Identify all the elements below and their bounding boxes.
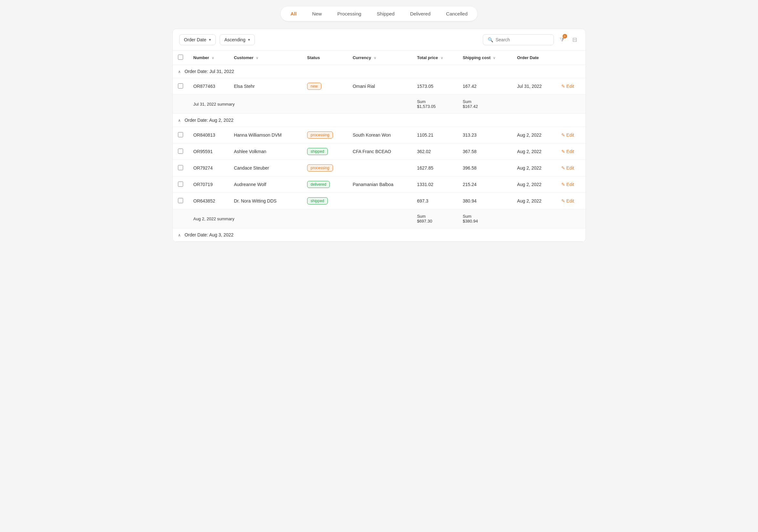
status-badge: processing — [307, 164, 333, 171]
table-row: OR95591 Ashlee Volkman shipped CFA Franc… — [173, 143, 586, 160]
edit-cell: ✎ Edit — [556, 143, 586, 160]
customer-cell: Ashlee Volkman — [229, 143, 302, 160]
search-input[interactable] — [496, 37, 549, 42]
edit-button[interactable]: ✎ Edit — [561, 165, 574, 170]
row-checkbox-cell — [173, 78, 188, 95]
customer-cell: Elsa Stehr — [229, 78, 302, 95]
edit-button[interactable]: ✎ Edit — [561, 182, 574, 187]
row-checkbox[interactable] — [178, 83, 183, 89]
header-checkbox-cell — [173, 51, 188, 65]
currency-cell: Omani Rial — [348, 78, 412, 95]
summary-currency-empty — [348, 209, 412, 229]
summary-label-cell: Jul 31, 2022 summary — [188, 95, 348, 114]
sort-direction-dropdown[interactable]: Ascending ▾ — [220, 34, 255, 45]
total-price-cell: 362.02 — [412, 143, 458, 160]
edit-cell: ✎ Edit — [556, 160, 586, 176]
edit-icon: ✎ — [561, 132, 565, 138]
order-date-cell: Aug 2, 2022 — [512, 127, 556, 143]
customer-cell: Dr. Nora Witting DDS — [229, 193, 302, 209]
table-header: Number ∨ Customer ∨ Status Currency ∨ To… — [173, 51, 586, 65]
order-number-cell: OR643852 — [188, 193, 229, 209]
tab-all[interactable]: All — [283, 8, 304, 19]
customer-sort-icon: ∨ — [256, 56, 258, 60]
order-number-cell: OR840813 — [188, 127, 229, 143]
summary-price-value: $697.30 — [417, 219, 453, 224]
currency-cell: Panamanian Balboa — [348, 176, 412, 193]
summary-total-cell: Sum $697.30 — [412, 209, 458, 229]
group-label: Order Date: Aug 3, 2022 — [185, 232, 233, 237]
order-date-cell: Jul 31, 2022 — [512, 78, 556, 95]
summary-shipping-value: $380.94 — [463, 219, 507, 224]
columns-icon: ⊟ — [572, 37, 577, 43]
tab-cancelled[interactable]: Cancelled — [439, 8, 475, 19]
edit-cell: ✎ Edit — [556, 78, 586, 95]
row-checkbox[interactable] — [178, 132, 183, 137]
status-badge: new — [307, 83, 321, 90]
tab-new[interactable]: New — [305, 8, 329, 19]
summary-row: Jul 31, 2022 summary Sum $1,573.05 Sum $… — [173, 95, 586, 114]
search-icon: 🔍 — [488, 37, 493, 42]
edit-button[interactable]: ✎ Edit — [561, 149, 574, 154]
table-row: OR79274 Candace Steuber processing 1627.… — [173, 160, 586, 176]
summary-empty-1 — [173, 95, 188, 114]
shipping-cost-cell: 313.23 — [458, 127, 512, 143]
summary-price-label: Sum — [417, 214, 453, 219]
shipping-cost-cell: 167.42 — [458, 78, 512, 95]
table-row: OR877463 Elsa Stehr new Omani Rial 1573.… — [173, 78, 586, 95]
summary-shipping-label: Sum — [463, 99, 507, 104]
filter-button[interactable]: ⧩ 0 — [558, 35, 567, 45]
tab-shipped[interactable]: Shipped — [370, 8, 402, 19]
group-header-row: ∧ Order Date: Aug 3, 2022 — [173, 229, 586, 242]
group-header-cell: ∧ Order Date: Jul 31, 2022 — [173, 65, 586, 78]
status-cell: shipped — [302, 143, 348, 160]
edit-button[interactable]: ✎ Edit — [561, 198, 574, 203]
summary-label-cell: Aug 2, 2022 summary — [188, 209, 348, 229]
summary-date-empty — [512, 95, 556, 114]
order-date-cell: Aug 2, 2022 — [512, 143, 556, 160]
total-price-sort-icon: ∨ — [440, 56, 443, 60]
summary-label: Aug 2, 2022 summary — [193, 216, 234, 221]
tab-processing[interactable]: Processing — [330, 8, 368, 19]
row-checkbox[interactable] — [178, 149, 183, 154]
row-checkbox[interactable] — [178, 198, 183, 203]
shipping-cost-cell: 215.24 — [458, 176, 512, 193]
summary-price-label: Sum — [417, 99, 453, 104]
tab-bar: AllNewProcessingShippedDeliveredCancelle… — [7, 7, 751, 21]
col-actions — [556, 51, 586, 65]
select-all-checkbox[interactable] — [178, 54, 183, 60]
edit-icon: ✎ — [561, 165, 565, 170]
summary-shipping-cell: Sum $380.94 — [458, 209, 512, 229]
columns-button[interactable]: ⊟ — [570, 34, 579, 45]
edit-button[interactable]: ✎ Edit — [561, 84, 574, 89]
total-price-cell: 1573.05 — [412, 78, 458, 95]
sort-field-dropdown[interactable]: Order Date ▾ — [179, 34, 216, 45]
summary-row: Aug 2, 2022 summary Sum $697.30 Sum $380… — [173, 209, 586, 229]
filter-badge: 0 — [563, 34, 567, 38]
edit-icon: ✎ — [561, 198, 565, 203]
group-collapse-button[interactable]: ∧ — [178, 69, 181, 74]
order-date-cell: Aug 2, 2022 — [512, 176, 556, 193]
status-badge: delivered — [307, 181, 330, 188]
row-checkbox-cell — [173, 176, 188, 193]
tab-delivered[interactable]: Delivered — [403, 8, 438, 19]
edit-button[interactable]: ✎ Edit — [561, 132, 574, 138]
number-sort-icon: ∨ — [212, 56, 214, 60]
col-total-price: Total price ∨ — [412, 51, 458, 65]
row-checkbox-cell — [173, 193, 188, 209]
row-checkbox[interactable] — [178, 165, 183, 170]
edit-label: Edit — [567, 84, 574, 89]
group-label: Order Date: Aug 2, 2022 — [185, 118, 233, 123]
edit-cell: ✎ Edit — [556, 127, 586, 143]
customer-cell: Audreanne Wolf — [229, 176, 302, 193]
edit-cell: ✎ Edit — [556, 176, 586, 193]
group-collapse-button[interactable]: ∧ — [178, 118, 181, 123]
row-checkbox[interactable] — [178, 182, 183, 187]
group-collapse-button[interactable]: ∧ — [178, 233, 181, 237]
order-number-cell: OR95591 — [188, 143, 229, 160]
sort-direction-label: Ascending — [224, 37, 245, 42]
edit-label: Edit — [567, 182, 574, 187]
total-price-cell: 1331.02 — [412, 176, 458, 193]
col-customer: Customer ∨ — [229, 51, 302, 65]
col-order-date: Order Date — [512, 51, 556, 65]
status-cell: shipped — [302, 193, 348, 209]
